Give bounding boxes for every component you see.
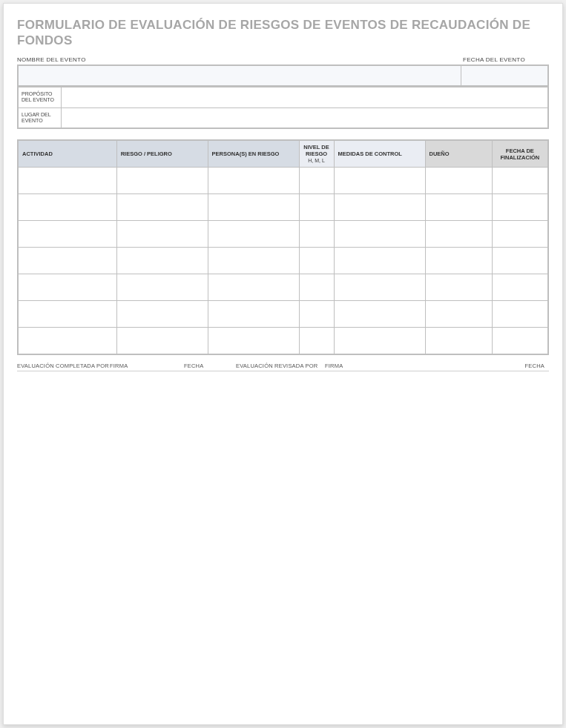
cell-controls[interactable]	[334, 248, 425, 274]
cell-owner[interactable]	[425, 248, 492, 274]
cell-hazard[interactable]	[116, 194, 208, 221]
cell-controls[interactable]	[334, 221, 425, 248]
col-owner: DUEÑO	[425, 140, 492, 168]
cell-level[interactable]	[299, 221, 334, 248]
completed-by-label: EVALUACIÓN COMPLETADA POR	[17, 363, 110, 371]
cell-completion[interactable]	[492, 274, 548, 301]
cell-persons[interactable]	[208, 168, 299, 194]
cell-completion[interactable]	[492, 301, 548, 328]
cell-activity[interactable]	[18, 168, 116, 194]
cell-persons[interactable]	[208, 328, 299, 354]
cell-persons[interactable]	[208, 194, 299, 221]
cell-hazard[interactable]	[116, 274, 208, 301]
signature1-label: FIRMA	[110, 363, 184, 371]
event-info-table: PROPÓSITO DEL EVENTO LUGAR DEL EVENTO	[17, 87, 549, 130]
cell-owner[interactable]	[425, 194, 492, 221]
cell-owner[interactable]	[425, 274, 492, 301]
table-row	[18, 274, 548, 301]
table-row	[18, 248, 548, 274]
venue-field[interactable]	[61, 107, 548, 128]
col-persons: PERSONA(S) EN RIESGO	[208, 140, 299, 168]
purpose-label: PROPÓSITO DEL EVENTO	[18, 87, 61, 107]
purpose-field[interactable]	[61, 87, 548, 107]
cell-completion[interactable]	[492, 328, 548, 354]
col-level-sub: H, M, L	[303, 158, 330, 164]
cell-controls[interactable]	[334, 274, 425, 301]
cell-controls[interactable]	[334, 301, 425, 328]
cell-persons[interactable]	[208, 248, 299, 274]
event-date-field[interactable]	[461, 66, 547, 85]
event-name-label: NOMBRE DEL EVENTO	[17, 56, 463, 63]
signature-row: EVALUACIÓN COMPLETADA POR FIRMA FECHA EV…	[17, 363, 549, 371]
cell-activity[interactable]	[18, 328, 116, 354]
table-row	[18, 194, 548, 221]
cell-level[interactable]	[299, 301, 334, 328]
cell-persons[interactable]	[208, 301, 299, 328]
form-page: FORMULARIO DE EVALUACIÓN DE RIESGOS DE E…	[3, 3, 563, 725]
event-name-field[interactable]	[19, 66, 461, 85]
cell-level[interactable]	[299, 194, 334, 221]
header-input-row	[17, 64, 549, 87]
col-completion: FECHA DE FINALIZACIÓN	[492, 140, 548, 168]
table-row	[18, 301, 548, 328]
table-header-row: ACTIVIDAD RIESGO / PELIGRO PERSONA(S) EN…	[18, 140, 548, 168]
table-row	[18, 328, 548, 354]
cell-activity[interactable]	[18, 221, 116, 248]
cell-hazard[interactable]	[116, 221, 208, 248]
header-labels: NOMBRE DEL EVENTO FECHA DEL EVENTO	[17, 56, 549, 63]
cell-level[interactable]	[299, 168, 334, 194]
cell-controls[interactable]	[334, 168, 425, 194]
col-level-main: NIVEL DE RIESGO	[303, 144, 329, 157]
cell-activity[interactable]	[18, 274, 116, 301]
cell-hazard[interactable]	[116, 248, 208, 274]
venue-label: LUGAR DEL EVENTO	[18, 107, 61, 128]
cell-persons[interactable]	[208, 274, 299, 301]
risk-assessment-table: ACTIVIDAD RIESGO / PELIGRO PERSONA(S) EN…	[17, 139, 549, 355]
cell-activity[interactable]	[18, 194, 116, 221]
table-row	[18, 221, 548, 248]
cell-owner[interactable]	[425, 221, 492, 248]
cell-hazard[interactable]	[116, 301, 208, 328]
cell-completion[interactable]	[492, 221, 548, 248]
col-hazard: RIESGO / PELIGRO	[116, 140, 208, 168]
cell-level[interactable]	[299, 248, 334, 274]
form-title: FORMULARIO DE EVALUACIÓN DE RIESGOS DE E…	[17, 17, 549, 49]
reviewed-by-label: EVALUACIÓN REVISADA POR	[228, 363, 325, 371]
cell-hazard[interactable]	[116, 328, 208, 354]
cell-hazard[interactable]	[116, 168, 208, 194]
cell-activity[interactable]	[18, 301, 116, 328]
cell-controls[interactable]	[334, 328, 425, 354]
col-controls: MEDIDAS DE CONTROL	[334, 140, 425, 168]
table-row	[18, 168, 548, 194]
col-level: NIVEL DE RIESGO H, M, L	[299, 140, 334, 168]
cell-owner[interactable]	[425, 168, 492, 194]
cell-owner[interactable]	[425, 328, 492, 354]
cell-persons[interactable]	[208, 221, 299, 248]
cell-completion[interactable]	[492, 194, 548, 221]
cell-level[interactable]	[299, 274, 334, 301]
cell-level[interactable]	[299, 328, 334, 354]
col-activity: ACTIVIDAD	[18, 140, 116, 168]
cell-owner[interactable]	[425, 301, 492, 328]
event-date-label: FECHA DEL EVENTO	[463, 56, 549, 63]
cell-completion[interactable]	[492, 168, 548, 194]
cell-completion[interactable]	[492, 248, 548, 274]
cell-controls[interactable]	[334, 194, 425, 221]
date2-label: FECHA	[399, 363, 549, 371]
cell-activity[interactable]	[18, 248, 116, 274]
signature2-label: FIRMA	[325, 363, 399, 371]
date1-label: FECHA	[184, 363, 228, 371]
